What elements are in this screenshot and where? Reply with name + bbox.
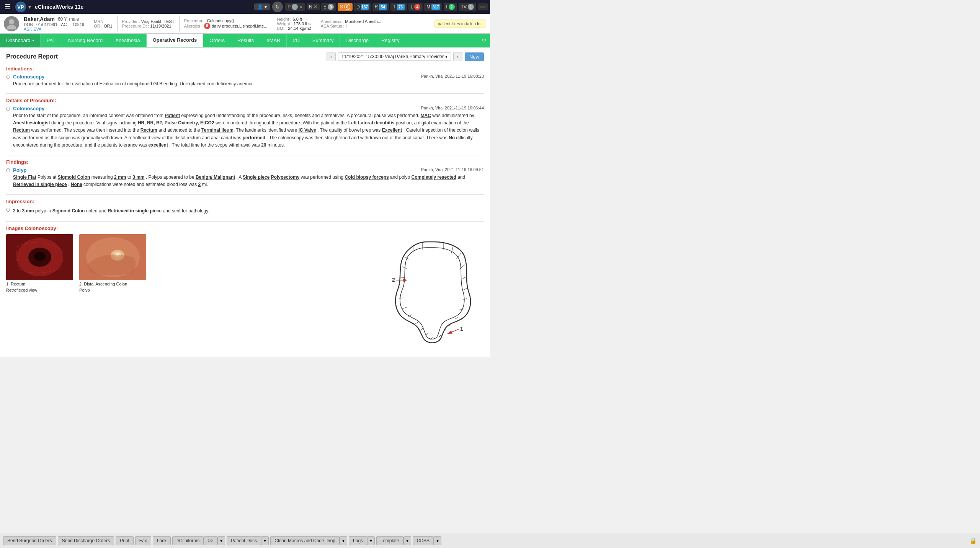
indications-content: Colonoscopy Parikh, Viraj 2021-11-19 16:… [13, 74, 484, 87]
refresh-button[interactable]: ↻ [272, 2, 283, 12]
chevron-down-icon[interactable]: ▾ [28, 4, 31, 10]
asa-label: ASA Status : [321, 24, 345, 28]
patient-name: Baker,Adam [24, 16, 55, 22]
new-button[interactable]: New [465, 52, 484, 61]
nav-n[interactable]: N ✕ [307, 3, 320, 10]
indications-item-meta: Parikh, Viraj 2021-11-19 16:08:23 [421, 74, 484, 78]
settings-tab[interactable]: ⚙ [478, 34, 490, 47]
nav-n-label: N [309, 4, 312, 10]
settings-icon: ⚙ [482, 38, 486, 43]
indications-bullet [6, 75, 10, 79]
nav-extra[interactable]: ≡≡ [478, 3, 488, 10]
image1-label: 1, Rectum [6, 282, 73, 286]
tab-operative-records[interactable]: Operative Records [147, 34, 204, 47]
tab-discharge[interactable]: Discharge [340, 34, 375, 47]
impression-section: Impression: 2 to 3 mm polyp in Sigmoid C… [6, 199, 484, 215]
ask-eva-button[interactable]: ASK EVA [24, 27, 84, 31]
nav-t-badge: 76 [397, 4, 405, 10]
nav-extra-label: ≡≡ [480, 4, 485, 10]
nav-tv[interactable]: TV 1 [459, 3, 476, 11]
details-item-name[interactable]: Colonoscopy [13, 106, 44, 111]
tab-results[interactable]: Results [231, 34, 260, 47]
details-item: Colonoscopy Parikh, Viraj 2021-11-19 16:… [6, 106, 484, 149]
images-section: Images Colonoscopy: 1, Rectum Retroflexe… [6, 225, 484, 346]
findings-item-name[interactable]: Polyp [13, 167, 26, 173]
nav-m[interactable]: M 317 [424, 3, 442, 11]
patient-or: OR1 [104, 24, 113, 28]
impression-content: 2 to 3 mm polyp in Sigmoid Colon noted a… [13, 207, 484, 215]
divider2 [117, 16, 118, 31]
nav-m-badge: 317 [431, 4, 440, 10]
svg-line-24 [439, 335, 441, 338]
patient-ac: 10819 [73, 22, 85, 27]
patient-procedure-dt: 11/19/2021 [150, 24, 171, 28]
tab-registry-label: Registry [381, 38, 400, 43]
tab-summary[interactable]: Summary [306, 34, 340, 47]
provider-label: Provider : [122, 19, 140, 24]
date-provider-selector[interactable]: 11/19/2021 15:30:00,Viraj Parikh,Primary… [338, 52, 451, 61]
indications-link[interactable]: Evaluation of unexplained GI Bleeding, U… [99, 81, 252, 86]
indications-title: Indications: [6, 66, 484, 72]
nav-d[interactable]: D 187 [354, 3, 371, 11]
procedure-dt-label: Procedure Dt : [122, 24, 149, 28]
indications-item-name[interactable]: Colonoscopy [13, 74, 44, 80]
tab-pat-label: PAT [47, 38, 56, 43]
nav-i[interactable]: I 2 [444, 3, 457, 11]
procedure-label: Procedure : [184, 18, 206, 23]
tab-nursing-record-label: Nursing Record [68, 38, 103, 43]
divider3 [179, 16, 180, 31]
images-grid: 1, Rectum Retroflexed view 2, Distal Asc… [6, 234, 484, 346]
svg-text:2: 2 [392, 277, 395, 283]
anesthesia-label: Anesthesia : [321, 19, 344, 24]
image2-placeholder[interactable] [79, 234, 146, 280]
nav-tv-label: TV [461, 4, 467, 10]
allergies-label: Allergies : [184, 24, 203, 28]
hamburger-menu-icon[interactable]: ☰ [2, 2, 13, 12]
tab-anesthesia[interactable]: Anesthesia [109, 34, 146, 47]
tab-emar[interactable]: eMAR [260, 34, 287, 47]
anesthesia-block: Anesthesia : Monitored Anesth... ASA Sta… [321, 19, 381, 28]
prev-arrow[interactable]: ‹ [327, 52, 336, 61]
indications-item-text: Procedure performed for the evaluation o… [13, 80, 484, 87]
nav-s[interactable]: S 0 [338, 3, 353, 11]
image2-item: 2, Distal Ascending Colon Polyp [79, 234, 146, 292]
nav-e[interactable]: E 0 [321, 3, 336, 11]
nav-i-label: I [446, 4, 447, 10]
nav-s-label: S [340, 4, 343, 10]
tab-emar-label: eMAR [266, 38, 280, 43]
tab-nursing-record[interactable]: Nursing Record [62, 34, 109, 47]
patient-bar: Baker,Adam 60 Y, male DOB : 01/01/1961 A… [0, 14, 490, 34]
tab-io[interactable]: I/O [287, 34, 306, 47]
nav-p-label: P [287, 4, 291, 10]
next-arrow[interactable]: › [453, 52, 462, 61]
user-action-btn[interactable]: 👤 ▾ [254, 3, 270, 10]
nav-r[interactable]: R 54 [372, 3, 389, 11]
nav-l-badge: 4 [414, 4, 420, 10]
nav-p[interactable]: P ✕ [285, 3, 305, 11]
patient-height: 6.0 ft [292, 17, 302, 21]
nav-r-badge: 54 [379, 4, 387, 10]
details-content: Colonoscopy Parikh, Viraj 2021-11-19 16:… [13, 106, 484, 149]
tab-registry[interactable]: Registry [375, 34, 406, 47]
image1-placeholder[interactable] [6, 234, 73, 280]
nav-t[interactable]: T 76 [390, 3, 407, 11]
findings-title: Findings: [6, 159, 484, 165]
patient-info: Baker,Adam 60 Y, male DOB : 01/01/1961 A… [24, 16, 84, 31]
nav-n-x: ✕ [314, 4, 317, 10]
tab-dashboard[interactable]: Dashboard ▾ [0, 34, 41, 47]
indications-header: Colonoscopy Parikh, Viraj 2021-11-19 16:… [13, 74, 484, 80]
details-bullet [6, 107, 10, 111]
allergy-count-badge[interactable]: 6 [204, 23, 210, 29]
divider4 [272, 16, 272, 31]
nav-l[interactable]: L 4 [408, 3, 423, 11]
details-title: Details of Procedure: [6, 98, 484, 103]
separator1 [6, 93, 484, 94]
tab-orders[interactable]: Orders [203, 34, 231, 47]
patient-provider: Viraj Parikh TEST [141, 19, 175, 24]
vp-avatar[interactable]: VP [15, 2, 26, 12]
nav-t-label: T [393, 4, 395, 10]
tab-pat[interactable]: PAT [41, 34, 62, 47]
findings-header: Polyp Parikh, Viraj 2021-11-19 16:09:51 [13, 167, 484, 173]
findings-item-meta: Parikh, Viraj 2021-11-19 16:09:51 [421, 167, 484, 172]
bmi-label: BMI : [277, 26, 287, 31]
